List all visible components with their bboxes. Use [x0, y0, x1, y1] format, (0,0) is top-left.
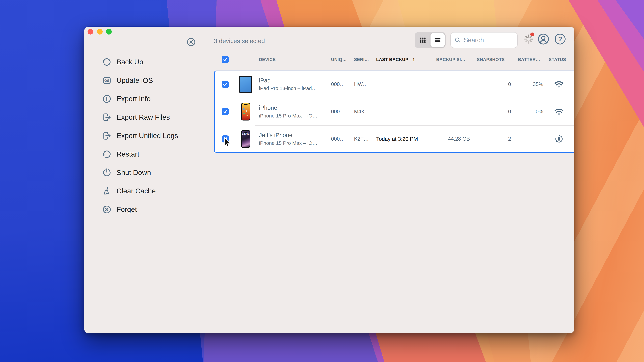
restart-icon — [102, 149, 112, 160]
column-header-last-backup[interactable]: LAST BACKUP ↑ — [375, 56, 431, 62]
cell-status — [543, 80, 574, 88]
svg-text:OS: OS — [104, 79, 109, 82]
device-name: Jeff’s iPhone — [259, 131, 330, 139]
table-header: DEVICE UNIQ… SERI… LAST BACKUP ↑ BACKUP … — [214, 55, 574, 64]
search-icon — [454, 37, 461, 43]
sidebar-item-label: Shut Down — [116, 169, 151, 177]
row-checkbox[interactable] — [222, 108, 229, 115]
checkmark-icon — [223, 82, 228, 87]
list-icon — [434, 36, 442, 44]
sidebar-item-label: Restart — [116, 150, 139, 158]
column-header-serial[interactable]: SERI… — [352, 57, 375, 62]
device-row-ipad[interactable]: iPad iPad Pro 13-inch – iPad… 000… HW… 0… — [214, 70, 574, 98]
export-logs-icon — [102, 130, 112, 141]
cell-backup-size: 44.28 GB — [431, 136, 470, 142]
list-view-button[interactable] — [430, 33, 444, 47]
sidebar-item-back-up[interactable]: Back Up — [102, 53, 209, 71]
cell-serial: M4K… — [352, 109, 375, 115]
wifi-icon — [554, 80, 564, 88]
device-thumbnail: 12:41 — [241, 130, 250, 148]
device-name: iPhone — [259, 104, 330, 111]
cell-unique-id: 000… — [330, 109, 352, 115]
help-button[interactable]: ? — [554, 33, 566, 45]
sidebar-item-export-unified-logs[interactable]: Export Unified Logs — [102, 126, 209, 145]
cell-status — [543, 108, 574, 115]
window-minimize-button[interactable] — [97, 29, 103, 34]
backup-icon — [102, 57, 112, 67]
view-mode-toggle — [415, 32, 446, 48]
export-files-icon — [102, 112, 112, 123]
grid-view-button[interactable] — [416, 33, 430, 47]
sort-ascending-icon: ↑ — [412, 56, 415, 62]
power-icon — [102, 167, 112, 178]
device-model: iPhone 15 Pro Max – iO… — [259, 112, 330, 119]
column-header-backup-size[interactable]: BACKUP SI… — [431, 57, 470, 62]
info-icon — [102, 93, 112, 104]
device-name: iPad — [259, 77, 330, 84]
os-update-icon: OS — [102, 75, 112, 86]
dynamic-island — [244, 104, 248, 105]
account-button[interactable] — [537, 33, 550, 45]
device-row-jeffs-iphone[interactable]: 12:41 Jeff’s iPhone iPhone 15 Pro Max – … — [214, 125, 574, 153]
search-input[interactable] — [464, 36, 514, 44]
column-header-battery[interactable]: BATTER… — [511, 57, 543, 62]
sidebar-item-label: Export Info — [116, 95, 150, 103]
sidebar-item-label: Export Unified Logs — [116, 132, 178, 140]
device-list: iPad iPad Pro 13-inch – iPad… 000… HW… 0… — [214, 70, 574, 153]
cell-unique-id: 000… — [330, 136, 352, 142]
device-model: iPad Pro 13-inch – iPad… — [259, 85, 330, 92]
sidebar-item-label: Forget — [116, 205, 137, 214]
sidebar-item-forget[interactable]: Forget — [102, 200, 209, 219]
wifi-icon — [554, 108, 564, 115]
sidebar-item-update-ios[interactable]: OS Update iOS — [102, 71, 209, 90]
account-icon — [537, 33, 550, 45]
device-thumbnail — [241, 103, 250, 120]
cell-last-backup: Today at 3:20 PM — [375, 136, 431, 142]
deselect-all-button[interactable] — [186, 37, 196, 47]
column-header-status[interactable]: STATUS — [543, 57, 574, 62]
cell-battery: 0% — [511, 109, 543, 115]
circle-x-icon — [186, 37, 196, 47]
mouse-cursor — [224, 137, 231, 148]
cell-serial: K2T… — [352, 136, 375, 142]
cell-snapshots: 0 — [470, 81, 511, 87]
notification-badge — [530, 32, 534, 36]
window-close-button[interactable] — [88, 29, 93, 34]
device-thumbnail — [239, 76, 252, 93]
column-header-device[interactable]: DEVICE — [255, 57, 330, 62]
selection-status: 3 devices selected — [214, 37, 265, 44]
sidebar-item-export-raw-files[interactable]: Export Raw Files — [102, 108, 209, 126]
column-header-unique-id[interactable]: UNIQ… — [330, 57, 352, 62]
cell-status — [543, 135, 574, 143]
column-header-snapshots[interactable]: SNAPSHOTS — [470, 57, 511, 62]
cell-snapshots: 0 — [470, 109, 511, 115]
sidebar-actions: Back Up OS Update iOS Export Info — [102, 53, 209, 219]
help-icon: ? — [554, 33, 566, 45]
lockscreen-time: 12:41 — [242, 132, 250, 135]
cell-snapshots: 2 — [470, 136, 511, 142]
sidebar-item-shut-down[interactable]: Shut Down — [102, 163, 209, 182]
window-zoom-button[interactable] — [106, 29, 112, 34]
backup-activity-icon — [554, 135, 563, 143]
checkmark-icon — [223, 109, 228, 114]
sidebar-item-label: Back Up — [116, 58, 143, 66]
sidebar-item-export-info[interactable]: Export Info — [102, 90, 209, 108]
sidebar-item-label: Export Raw Files — [116, 113, 170, 121]
select-all-checkbox[interactable] — [222, 56, 229, 63]
cell-unique-id: 000… — [330, 81, 352, 87]
activity-spinner — [523, 34, 534, 44]
sidebar-item-restart[interactable]: Restart — [102, 145, 209, 163]
svg-text:?: ? — [558, 35, 562, 42]
sidebar-item-label: Update iOS — [116, 76, 153, 84]
row-checkbox[interactable] — [222, 81, 229, 88]
search-field[interactable] — [450, 32, 518, 48]
app-window: 3 devices selected — [84, 27, 574, 333]
sidebar-item-label: Clear Cache — [116, 187, 156, 195]
checkmark-icon — [223, 57, 228, 62]
device-model: iPhone 15 Pro Max – iO… — [259, 140, 330, 147]
broom-icon — [102, 186, 112, 196]
grid-icon — [419, 36, 426, 44]
device-row-iphone[interactable]: iPhone iPhone 15 Pro Max – iO… 000… M4K…… — [214, 98, 574, 125]
forget-icon — [102, 204, 112, 215]
sidebar-item-clear-cache[interactable]: Clear Cache — [102, 182, 209, 200]
